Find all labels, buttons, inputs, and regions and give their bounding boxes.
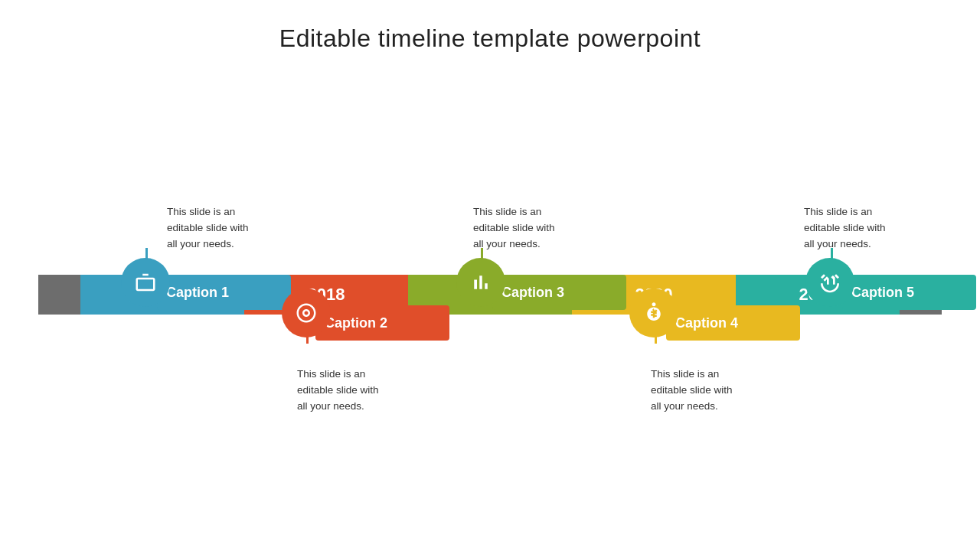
circle-2 bbox=[282, 289, 331, 337]
desc-4: This slide is aneditable slide withall y… bbox=[651, 367, 733, 415]
circle-5 bbox=[805, 258, 854, 307]
desc-5: This slide is aneditable slide withall y… bbox=[804, 204, 886, 253]
desc-2: This slide is aneditable slide withall y… bbox=[297, 367, 379, 415]
caption-1: Caption 1 bbox=[157, 275, 291, 310]
caption-4: Caption 4 bbox=[666, 305, 800, 341]
caption-5: Caption 5 bbox=[842, 275, 976, 310]
desc-3: This slide is aneditable slide withall y… bbox=[473, 204, 555, 253]
circle-3 bbox=[456, 258, 505, 307]
bar-gray-left bbox=[38, 275, 80, 315]
circle-1 bbox=[121, 258, 170, 307]
desc-1: This slide is aneditable slide withall y… bbox=[167, 204, 249, 253]
caption-2: Caption 2 bbox=[315, 305, 449, 341]
circle-4 bbox=[629, 289, 678, 337]
caption-3: Caption 3 bbox=[492, 275, 626, 310]
page-title: Editable timeline template powerpoint bbox=[279, 24, 701, 53]
